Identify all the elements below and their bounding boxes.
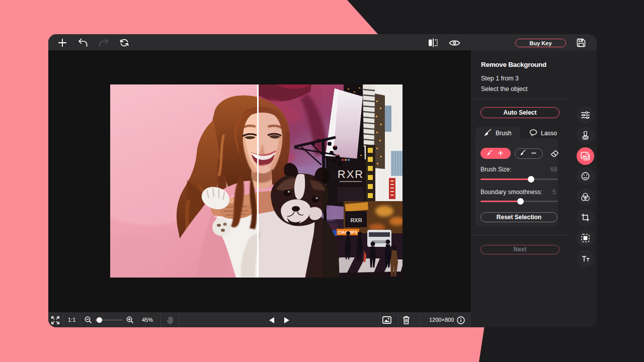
svg-text:RXR: RXR bbox=[338, 168, 364, 180]
svg-text:RXR: RXR bbox=[350, 217, 362, 223]
